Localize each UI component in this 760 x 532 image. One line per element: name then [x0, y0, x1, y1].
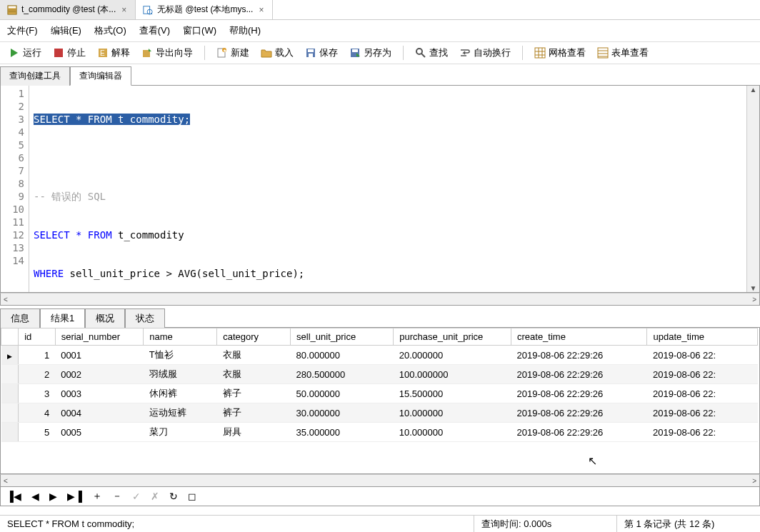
- table-row[interactable]: 40004运动短裤裤子30.00000010.0000002019-08-06 …: [1, 403, 758, 423]
- cell-create-time[interactable]: 2019-08-06 22:29:26: [511, 365, 646, 384]
- column-name[interactable]: name: [144, 328, 217, 346]
- cell-purchase[interactable]: 10.000000: [394, 423, 511, 442]
- column-update-time[interactable]: update_time: [647, 328, 758, 346]
- scroll-left-icon[interactable]: <: [4, 296, 8, 303]
- horizontal-scrollbar[interactable]: < >: [0, 293, 760, 306]
- row-selector[interactable]: [1, 346, 19, 365]
- table-row[interactable]: 10001T恤衫衣服80.00000020.0000002019-08-06 2…: [1, 346, 758, 365]
- close-icon[interactable]: ×: [257, 5, 265, 15]
- cell-update-time[interactable]: 2019-08-06 22:: [647, 346, 758, 365]
- tab-info[interactable]: 信息: [0, 308, 40, 328]
- code-area[interactable]: SELECT * FROM t_commodity; -- 错误的 SQL SE…: [29, 86, 746, 292]
- cell-update-time[interactable]: 2019-08-06 22:: [647, 423, 758, 442]
- commit-button[interactable]: ✓: [132, 491, 141, 502]
- cell-id[interactable]: 3: [19, 384, 55, 403]
- menu-edit[interactable]: 编辑(E): [51, 24, 81, 37]
- vertical-scrollbar[interactable]: ▲ ▼: [746, 86, 759, 292]
- prev-record-button[interactable]: ◀: [31, 491, 39, 502]
- menu-help[interactable]: 帮助(H): [229, 24, 261, 37]
- first-record-button[interactable]: ▐◀: [6, 491, 21, 502]
- scroll-right-icon[interactable]: >: [752, 296, 756, 303]
- scroll-right-icon[interactable]: >: [752, 477, 756, 485]
- cell-name[interactable]: 菜刀: [144, 423, 217, 442]
- cell-create-time[interactable]: 2019-08-06 22:29:26: [511, 384, 646, 403]
- column-create-time[interactable]: create_time: [511, 328, 646, 346]
- column-serial-number[interactable]: serial_number: [55, 328, 144, 346]
- cell-category[interactable]: 衣服: [217, 365, 291, 384]
- cell-id[interactable]: 5: [19, 423, 55, 442]
- row-selector[interactable]: [1, 403, 19, 423]
- cell-create-time[interactable]: 2019-08-06 22:29:26: [511, 346, 646, 365]
- cell-serial-number[interactable]: 0004: [55, 403, 144, 423]
- cell-sell[interactable]: 80.000000: [291, 346, 394, 365]
- cell-create-time[interactable]: 2019-08-06 22:29:26: [511, 423, 646, 442]
- cell-category[interactable]: 厨具: [217, 423, 291, 442]
- cell-name[interactable]: T恤衫: [144, 346, 217, 365]
- cell-sell[interactable]: 30.000000: [291, 403, 394, 423]
- cell-id[interactable]: 1: [19, 346, 55, 365]
- cell-purchase[interactable]: 20.000000: [394, 346, 511, 365]
- scroll-down-icon[interactable]: ▼: [750, 284, 757, 292]
- table-row[interactable]: 20002羽绒服衣服280.500000100.0000002019-08-06…: [1, 365, 758, 384]
- column-sell-unit-price[interactable]: sell_unit_price: [291, 328, 394, 346]
- new-button[interactable]: ★ 新建: [214, 45, 252, 61]
- row-selector[interactable]: [1, 423, 19, 442]
- cell-name[interactable]: 休闲裤: [144, 384, 217, 403]
- form-view-button[interactable]: 表单查看: [594, 45, 651, 61]
- cell-serial-number[interactable]: 0005: [55, 423, 144, 442]
- cell-serial-number[interactable]: 0003: [55, 384, 144, 403]
- tab-result1[interactable]: 结果1: [40, 308, 85, 328]
- stop-button[interactable]: ◻: [188, 491, 196, 502]
- run-button[interactable]: 运行: [6, 45, 44, 61]
- table-row[interactable]: 30003休闲裤裤子50.00000015.5000002019-08-06 2…: [1, 384, 758, 403]
- load-button[interactable]: 载入: [258, 45, 296, 61]
- save-as-button[interactable]: 另存为: [346, 45, 394, 61]
- grid-horizontal-scrollbar[interactable]: < >: [0, 474, 760, 487]
- cell-purchase[interactable]: 15.500000: [394, 384, 511, 403]
- column-purchase-unit-price[interactable]: purchase_unit_price: [394, 328, 511, 346]
- cell-category[interactable]: 裤子: [217, 384, 291, 403]
- cell-sell[interactable]: 280.500000: [291, 365, 394, 384]
- menu-view[interactable]: 查看(V): [139, 24, 170, 37]
- tab-status[interactable]: 状态: [125, 308, 165, 328]
- next-record-button[interactable]: ▶: [49, 491, 57, 502]
- tab-overview[interactable]: 概况: [85, 308, 125, 328]
- cancel-button[interactable]: ✗: [151, 491, 159, 502]
- table-row[interactable]: 50005菜刀厨具35.00000010.0000002019-08-06 22…: [1, 423, 758, 442]
- cell-purchase[interactable]: 10.000000: [394, 403, 511, 423]
- stop-button[interactable]: 停止: [50, 45, 89, 61]
- refresh-button[interactable]: ↻: [169, 491, 178, 502]
- menu-format[interactable]: 格式(O): [94, 24, 126, 37]
- tab-document-1[interactable]: t_commodity @test (本... ×: [0, 0, 136, 19]
- cell-serial-number[interactable]: 0001: [55, 346, 144, 365]
- column-id[interactable]: id: [19, 328, 55, 346]
- cell-category[interactable]: 衣服: [217, 346, 291, 365]
- cell-serial-number[interactable]: 0002: [55, 365, 144, 384]
- save-button[interactable]: 保存: [302, 45, 341, 61]
- menu-window[interactable]: 窗口(W): [183, 24, 216, 37]
- scroll-left-icon[interactable]: <: [4, 477, 8, 485]
- cell-name[interactable]: 运动短裤: [144, 403, 217, 423]
- menu-file[interactable]: 文件(F): [7, 24, 38, 37]
- cell-update-time[interactable]: 2019-08-06 22:: [647, 403, 758, 423]
- code-editor[interactable]: 1 2 3 4 5 6 7 8 9 10 11 12 13 14 SELECT …: [0, 86, 760, 293]
- tab-document-2[interactable]: 无标题 @test (本地mys... ×: [136, 0, 273, 19]
- cell-id[interactable]: 2: [19, 365, 55, 384]
- find-button[interactable]: 查找: [412, 45, 451, 61]
- cell-sell[interactable]: 50.000000: [291, 384, 394, 403]
- cell-name[interactable]: 羽绒服: [144, 365, 217, 384]
- cell-id[interactable]: 4: [19, 403, 55, 423]
- tab-query-editor[interactable]: 查询编辑器: [70, 66, 131, 86]
- row-selector[interactable]: [1, 384, 19, 403]
- cell-create-time[interactable]: 2019-08-06 22:29:26: [511, 403, 646, 423]
- explain-button[interactable]: E 解释: [94, 45, 133, 61]
- row-selector[interactable]: [1, 365, 19, 384]
- cell-update-time[interactable]: 2019-08-06 22:: [647, 365, 758, 384]
- close-icon[interactable]: ×: [120, 5, 128, 15]
- add-record-button[interactable]: ＋: [92, 490, 102, 503]
- cell-category[interactable]: 裤子: [217, 403, 291, 423]
- export-wizard-button[interactable]: 导出向导: [139, 45, 196, 61]
- delete-record-button[interactable]: －: [112, 490, 122, 503]
- cell-update-time[interactable]: 2019-08-06 22:: [647, 384, 758, 403]
- last-record-button[interactable]: ▶▐: [67, 491, 82, 502]
